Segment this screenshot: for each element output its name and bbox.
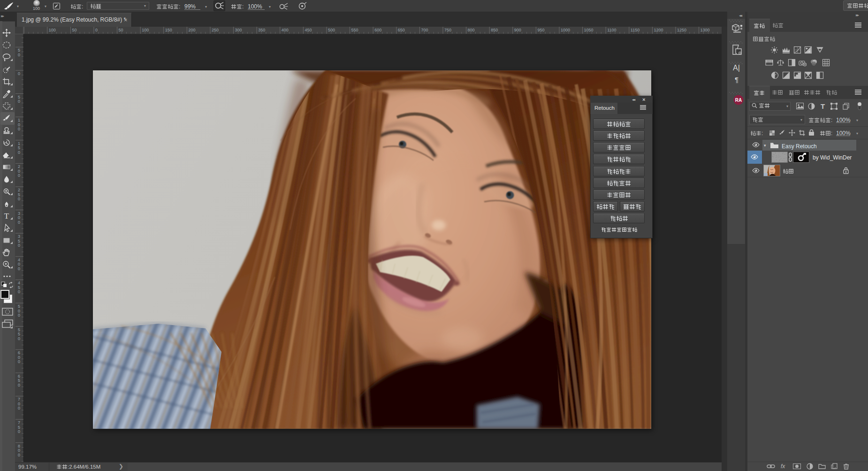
svg-text:1300: 1300 <box>700 28 710 32</box>
svg-text:550: 550 <box>351 28 358 32</box>
svg-text:200: 200 <box>188 28 195 32</box>
svg-text:0: 0 <box>18 99 20 104</box>
svg-text:350: 350 <box>258 28 265 32</box>
svg-text:50: 50 <box>72 28 76 32</box>
svg-text:400: 400 <box>282 28 289 32</box>
svg-text:2: 2 <box>18 164 20 169</box>
svg-text:100: 100 <box>49 28 56 32</box>
svg-text:850: 850 <box>491 28 498 32</box>
svg-text:2: 2 <box>18 188 20 192</box>
svg-text:700: 700 <box>421 28 428 32</box>
svg-text:0: 0 <box>18 71 20 76</box>
svg-text:600: 600 <box>374 28 381 32</box>
svg-text:5: 5 <box>18 239 20 243</box>
svg-text:5: 5 <box>18 192 20 197</box>
svg-text:4: 4 <box>18 281 20 285</box>
svg-text:T: T <box>4 212 9 220</box>
svg-text:500: 500 <box>328 28 335 32</box>
svg-text:5: 5 <box>18 145 20 150</box>
svg-text:0: 0 <box>18 313 20 318</box>
svg-text:750: 750 <box>444 28 451 32</box>
svg-text:3: 3 <box>18 211 20 216</box>
svg-text:1050: 1050 <box>584 28 594 32</box>
svg-text:450: 450 <box>305 28 312 32</box>
svg-text:1: 1 <box>18 118 20 122</box>
svg-text:0: 0 <box>18 355 20 360</box>
svg-text:0: 0 <box>18 122 20 127</box>
svg-text:0: 0 <box>18 402 20 406</box>
svg-text:0: 0 <box>18 266 20 271</box>
svg-text:650: 650 <box>398 28 405 32</box>
svg-text:0: 0 <box>18 406 20 410</box>
svg-text:0: 0 <box>18 150 20 155</box>
svg-text:1000: 1000 <box>561 28 570 32</box>
svg-text:0: 0 <box>18 289 20 294</box>
svg-text:7: 7 <box>18 397 20 402</box>
svg-text:0: 0 <box>95 28 98 32</box>
svg-text:5: 5 <box>18 327 20 332</box>
svg-text:0: 0 <box>18 359 20 364</box>
svg-text:1250: 1250 <box>677 28 686 32</box>
svg-text:5: 5 <box>18 285 20 290</box>
svg-text:0: 0 <box>18 429 20 434</box>
svg-text:950: 950 <box>537 28 544 32</box>
svg-text:3: 3 <box>18 234 20 239</box>
svg-text:5: 5 <box>18 378 20 383</box>
svg-text:0: 0 <box>18 336 20 341</box>
svg-text:1100: 1100 <box>607 28 616 32</box>
svg-text:250: 250 <box>212 28 219 32</box>
svg-text:RA: RA <box>735 98 742 103</box>
svg-text:0: 0 <box>18 127 20 131</box>
svg-text:5: 5 <box>18 425 20 430</box>
svg-text:150: 150 <box>165 28 172 32</box>
svg-text:5: 5 <box>18 304 20 309</box>
svg-text:900: 900 <box>514 28 521 32</box>
svg-text:0: 0 <box>18 53 20 57</box>
svg-text:0: 0 <box>18 243 20 248</box>
svg-text:0: 0 <box>18 220 20 225</box>
svg-text:8: 8 <box>18 444 20 448</box>
svg-text:1: 1 <box>18 141 20 146</box>
svg-text:0: 0 <box>18 169 20 174</box>
svg-text:1200: 1200 <box>654 28 663 32</box>
svg-text:0: 0 <box>18 215 20 220</box>
svg-text:0: 0 <box>18 453 20 457</box>
svg-text:6: 6 <box>18 350 20 355</box>
svg-text:1150: 1150 <box>631 28 640 32</box>
svg-text:0: 0 <box>18 197 20 201</box>
svg-text:300: 300 <box>235 28 242 32</box>
svg-text:5: 5 <box>18 332 20 336</box>
svg-text:0: 0 <box>18 262 20 266</box>
svg-text:5: 5 <box>18 95 20 99</box>
svg-text:0: 0 <box>18 448 20 453</box>
svg-text:4: 4 <box>18 258 20 262</box>
svg-text:0: 0 <box>18 309 20 313</box>
svg-text:7: 7 <box>18 420 20 425</box>
svg-text:6: 6 <box>18 374 20 379</box>
svg-text:0: 0 <box>18 383 20 387</box>
svg-text:800: 800 <box>468 28 475 32</box>
svg-text:50: 50 <box>119 28 123 32</box>
svg-text:100: 100 <box>142 28 149 32</box>
svg-text:0: 0 <box>18 173 20 178</box>
svg-text:5: 5 <box>18 48 20 53</box>
